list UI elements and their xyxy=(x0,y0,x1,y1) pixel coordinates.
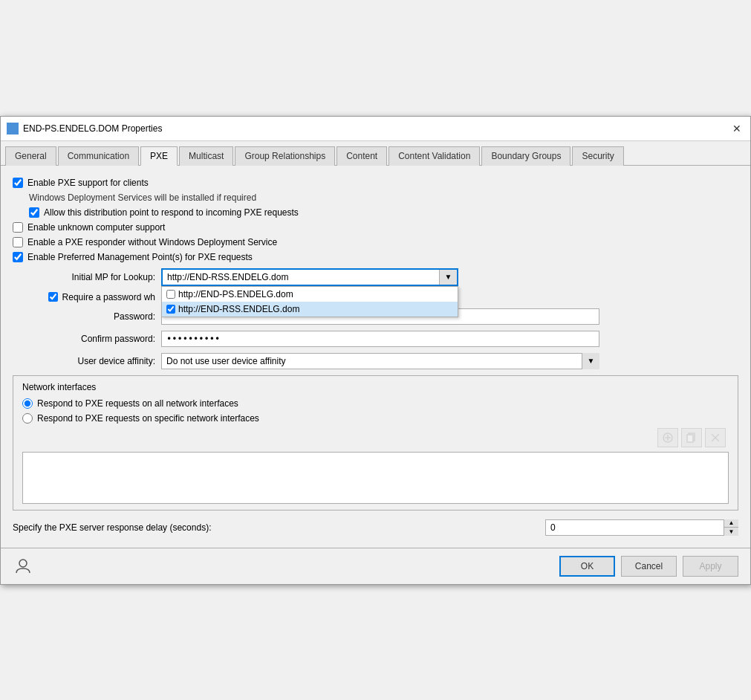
user-affinity-select[interactable]: Do not use user device affinity Allow us… xyxy=(161,353,599,369)
require-password-label: Require a password wh xyxy=(62,292,155,302)
delay-input-wrapper: ▲ ▼ xyxy=(545,519,738,536)
svg-rect-8 xyxy=(687,435,693,442)
radio-specific-interfaces[interactable] xyxy=(22,413,33,424)
tab-general[interactable]: General xyxy=(5,146,56,166)
tab-communication[interactable]: Communication xyxy=(58,146,139,166)
delay-row: Specify the PXE server response delay (s… xyxy=(13,519,738,536)
bottom-buttons: OK Cancel Apply xyxy=(559,556,738,577)
bottom-bar: OK Cancel Apply xyxy=(1,548,750,584)
initial-mp-value: http://END-RSS.ENDELG.dom xyxy=(163,270,439,285)
enable-unknown-row: Enable unknown computer support xyxy=(13,222,738,233)
pxe-content: Enable PXE support for clients Windows D… xyxy=(1,166,750,548)
radio-specific-row: Respond to PXE requests on specific netw… xyxy=(22,413,729,424)
enable-pxe-row: Enable PXE support for clients xyxy=(13,178,738,188)
enable-responder-label: Enable a PXE responder without Windows D… xyxy=(27,237,277,247)
tab-content[interactable]: Content xyxy=(337,146,387,166)
option-2-label: http://END-RSS.ENDELG.dom xyxy=(178,304,299,314)
cancel-button[interactable]: Cancel xyxy=(621,556,677,577)
initial-mp-dropdown-wrapper: http://END-RSS.ENDELG.dom ▼ http://END-P… xyxy=(161,268,458,286)
delay-down-button[interactable]: ▼ xyxy=(724,528,738,536)
svg-rect-1 xyxy=(10,126,16,127)
enable-preferred-checkbox[interactable] xyxy=(13,252,23,262)
close-button[interactable]: ✕ xyxy=(729,121,744,136)
apply-button[interactable]: Apply xyxy=(683,556,738,577)
confirm-password-row: Confirm password: xyxy=(13,331,738,347)
user-affinity-label: User device affinity: xyxy=(13,356,161,366)
enable-responder-checkbox[interactable] xyxy=(13,237,23,247)
user-affinity-wrapper: Do not use user device affinity Allow us… xyxy=(161,353,599,369)
confirm-password-label: Confirm password: xyxy=(13,334,161,344)
allow-incoming-checkbox[interactable] xyxy=(29,207,39,218)
delay-up-button[interactable]: ▲ xyxy=(724,519,738,528)
svg-rect-2 xyxy=(10,129,16,129)
svg-point-11 xyxy=(19,560,27,567)
enable-pxe-checkbox[interactable] xyxy=(13,178,23,188)
tab-pxe[interactable]: PXE xyxy=(140,146,178,166)
delete-button[interactable] xyxy=(705,428,726,447)
title-bar-left: END-PS.ENDELG.DOM Properties xyxy=(7,123,162,135)
enable-unknown-checkbox[interactable] xyxy=(13,222,23,233)
enable-responder-row: Enable a PXE responder without Windows D… xyxy=(13,237,738,247)
add-button[interactable] xyxy=(657,428,678,447)
initial-mp-option-2[interactable]: http://END-RSS.ENDELG.dom xyxy=(162,302,458,317)
tab-group-relationships[interactable]: Group Relationships xyxy=(235,146,335,166)
option-2-checkbox[interactable] xyxy=(166,305,175,314)
title-bar: END-PS.ENDELG.DOM Properties ✕ xyxy=(1,117,750,141)
option-1-checkbox[interactable] xyxy=(166,290,175,299)
user-affinity-row: User device affinity: Do not use user de… xyxy=(13,353,738,369)
tab-multicast[interactable]: Multicast xyxy=(179,146,233,166)
user-icon xyxy=(13,556,33,577)
delay-label: Specify the PXE server response delay (s… xyxy=(13,522,545,533)
network-interfaces-title: Network interfaces xyxy=(22,382,729,392)
window-icon xyxy=(7,123,19,135)
tabs-bar: General Communication PXE Multicast Grou… xyxy=(1,141,750,166)
initial-mp-dropdown-list: http://END-PS.ENDELG.dom http://END-RSS.… xyxy=(161,286,458,317)
tab-content-validation[interactable]: Content Validation xyxy=(388,146,480,166)
enable-pxe-label: Enable PXE support for clients xyxy=(27,178,149,188)
copy-button[interactable] xyxy=(681,428,702,447)
delay-spinner: ▲ ▼ xyxy=(724,519,738,536)
delay-input[interactable] xyxy=(545,519,738,536)
tab-boundary-groups[interactable]: Boundary Groups xyxy=(481,146,570,166)
enable-preferred-row: Enable Preferred Management Point(s) for… xyxy=(13,252,738,262)
network-interfaces-group: Network interfaces Respond to PXE reques… xyxy=(13,375,738,511)
radio-all-interfaces[interactable] xyxy=(22,398,33,409)
require-password-checkbox[interactable] xyxy=(48,292,58,302)
enable-unknown-label: Enable unknown computer support xyxy=(27,222,165,233)
radio-all-label: Respond to PXE requests on all network i… xyxy=(37,398,238,409)
initial-mp-arrow[interactable]: ▼ xyxy=(439,270,457,285)
require-password-left: Require a password wh xyxy=(13,292,161,302)
toolbar-row xyxy=(22,428,729,447)
password-label: Password: xyxy=(13,311,161,322)
tab-security[interactable]: Security xyxy=(572,146,623,166)
allow-incoming-row: Allow this distribution point to respond… xyxy=(29,207,738,218)
confirm-password-input[interactable] xyxy=(161,331,599,347)
initial-mp-label: Initial MP for Lookup: xyxy=(13,272,161,282)
wds-note: Windows Deployment Services will be inst… xyxy=(29,192,738,203)
radio-all-row: Respond to PXE requests on all network i… xyxy=(22,398,729,409)
allow-incoming-label: Allow this distribution point to respond… xyxy=(44,207,299,218)
window-title: END-PS.ENDELG.DOM Properties xyxy=(23,123,162,134)
initial-mp-option-1[interactable]: http://END-PS.ENDELG.dom xyxy=(162,287,458,302)
initial-mp-display: http://END-RSS.ENDELG.dom ▼ xyxy=(161,268,458,286)
properties-window: END-PS.ENDELG.DOM Properties ✕ General C… xyxy=(0,116,751,585)
option-1-label: http://END-PS.ENDELG.dom xyxy=(178,289,293,299)
network-list-box[interactable] xyxy=(22,452,729,504)
radio-specific-label: Respond to PXE requests on specific netw… xyxy=(37,413,259,424)
initial-mp-row: Initial MP for Lookup: http://END-RSS.EN… xyxy=(13,268,738,286)
bottom-left xyxy=(13,556,33,577)
ok-button[interactable]: OK xyxy=(559,556,615,577)
svg-rect-3 xyxy=(10,131,13,132)
enable-preferred-label: Enable Preferred Management Point(s) for… xyxy=(27,252,253,262)
